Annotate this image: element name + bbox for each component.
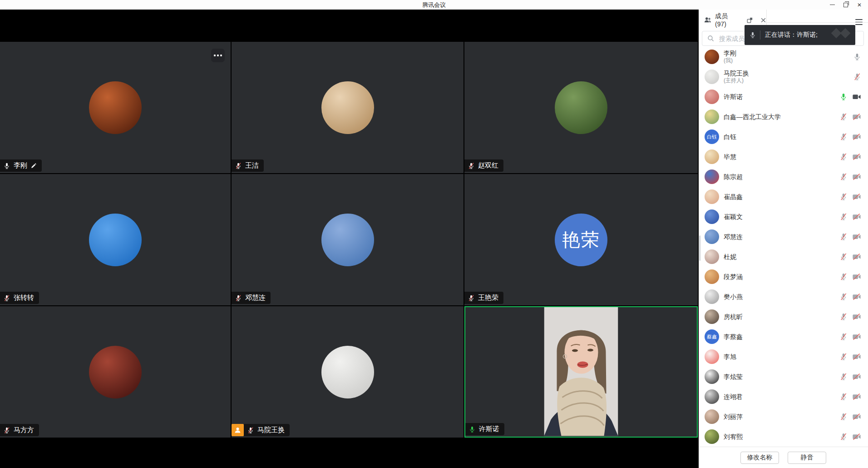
camera-muted-icon[interactable] bbox=[852, 313, 861, 320]
camera-muted-icon[interactable] bbox=[852, 173, 861, 180]
member-role: (我) bbox=[724, 57, 853, 64]
mic-muted-icon[interactable] bbox=[839, 213, 848, 221]
member-row[interactable]: 房杭昕 bbox=[699, 307, 868, 327]
avatar bbox=[705, 90, 719, 104]
mic-muted-icon[interactable] bbox=[839, 333, 848, 341]
member-row[interactable]: 崔颖文 bbox=[699, 207, 868, 227]
participant-name: 许斯诺 bbox=[479, 425, 499, 433]
camera-muted-icon[interactable] bbox=[852, 153, 861, 160]
camera-muted-icon[interactable] bbox=[852, 273, 861, 280]
member-row[interactable]: 李刚 (我) bbox=[699, 47, 868, 67]
camera-muted-icon[interactable] bbox=[852, 293, 861, 300]
camera-muted-icon[interactable] bbox=[852, 133, 861, 140]
member-row[interactable]: 段梦涵 bbox=[699, 267, 868, 287]
mic-muted-icon[interactable] bbox=[853, 73, 861, 81]
member-name-block: 陈宗超 bbox=[724, 173, 839, 181]
mic-muted-icon[interactable] bbox=[839, 113, 848, 121]
member-row[interactable]: 许斯诺 bbox=[699, 87, 868, 107]
tile-name-label: 马方方 bbox=[0, 424, 39, 436]
video-tile[interactable]: 张转转 bbox=[0, 174, 231, 305]
mic-muted-icon[interactable] bbox=[839, 193, 848, 201]
camera-muted-icon[interactable] bbox=[852, 413, 861, 420]
member-row[interactable]: 李炫莹 bbox=[699, 367, 868, 387]
member-row[interactable]: 蔡鑫 李蔡鑫 bbox=[699, 327, 868, 347]
popout-icon[interactable] bbox=[746, 17, 753, 24]
camera-muted-icon[interactable] bbox=[852, 433, 861, 440]
member-name-block: 段梦涵 bbox=[724, 273, 839, 281]
camera-muted-icon[interactable] bbox=[852, 193, 861, 200]
member-row[interactable]: 白钰 白钰 bbox=[699, 127, 868, 147]
video-tile[interactable]: 马院王换 bbox=[232, 306, 464, 438]
mic-muted-icon[interactable] bbox=[839, 133, 848, 141]
restore-icon bbox=[843, 3, 848, 7]
restore-button[interactable] bbox=[840, 0, 852, 10]
avatar bbox=[705, 289, 719, 304]
video-tile[interactable]: 邓慧连 bbox=[232, 174, 464, 305]
member-name-block: 邓慧连 bbox=[724, 233, 839, 241]
video-tile[interactable]: 赵双红 bbox=[464, 42, 698, 173]
mic-muted-icon[interactable] bbox=[839, 353, 848, 361]
member-row[interactable]: 李旭 bbox=[699, 347, 868, 367]
participant-name: 李刚 bbox=[14, 161, 27, 170]
member-name-block: 房杭昕 bbox=[724, 313, 839, 321]
camera-on-icon[interactable] bbox=[852, 93, 861, 100]
avatar bbox=[321, 214, 374, 266]
member-name-block: 李炫莹 bbox=[724, 373, 839, 381]
member-row[interactable]: 毕慧 bbox=[699, 147, 868, 167]
mic-muted-icon[interactable] bbox=[839, 433, 848, 441]
edit-name-icon[interactable] bbox=[30, 163, 37, 169]
mic-muted-icon[interactable] bbox=[839, 413, 848, 421]
member-row[interactable]: 陈宗超 bbox=[699, 167, 868, 187]
member-list[interactable]: 李刚 (我) 马院王换 (主持人) 许斯诺 bbox=[699, 47, 868, 447]
participant-video bbox=[544, 306, 618, 436]
member-row[interactable]: 刘宥熙 bbox=[699, 427, 868, 447]
close-window-button[interactable]: ✕ bbox=[853, 0, 865, 10]
member-row[interactable]: 邓慧连 bbox=[699, 227, 868, 247]
mic-speaking-icon[interactable] bbox=[839, 93, 848, 101]
watermark bbox=[833, 30, 849, 37]
mic-muted-icon[interactable] bbox=[839, 233, 848, 241]
mute-button[interactable]: 静音 bbox=[788, 452, 826, 464]
video-tile[interactable]: 许斯诺 bbox=[464, 306, 698, 438]
avatar-text: 艳荣 bbox=[562, 227, 600, 252]
mic-muted-icon[interactable] bbox=[839, 173, 848, 181]
video-tile[interactable]: 马方方 bbox=[0, 306, 231, 438]
camera-muted-icon[interactable] bbox=[852, 113, 861, 120]
rename-button[interactable]: 修改名称 bbox=[740, 452, 779, 464]
close-panel-icon[interactable] bbox=[760, 17, 766, 23]
camera-muted-icon[interactable] bbox=[852, 393, 861, 400]
member-row[interactable]: 樊小燕 bbox=[699, 287, 868, 307]
minimize-button[interactable] bbox=[826, 0, 838, 10]
avatar-text: 蔡鑫 bbox=[707, 334, 717, 340]
member-row[interactable]: 崔晶鑫 bbox=[699, 187, 868, 207]
video-tile[interactable]: 王洁 bbox=[232, 42, 464, 173]
tile-more-button[interactable] bbox=[211, 49, 225, 62]
member-row[interactable]: 刘丽萍 bbox=[699, 407, 868, 427]
mic-muted-icon bbox=[247, 427, 254, 434]
member-row[interactable]: 马院王换 (主持人) bbox=[699, 67, 868, 87]
camera-muted-icon[interactable] bbox=[852, 353, 861, 360]
camera-muted-icon[interactable] bbox=[852, 373, 861, 380]
mic-muted-icon[interactable] bbox=[839, 373, 848, 381]
avatar bbox=[705, 269, 719, 284]
mic-muted-icon[interactable] bbox=[839, 293, 848, 301]
mic-muted-icon bbox=[235, 294, 242, 302]
camera-muted-icon[interactable] bbox=[852, 233, 861, 240]
camera-muted-icon[interactable] bbox=[852, 333, 861, 340]
mic-on-icon[interactable] bbox=[853, 53, 861, 61]
video-tile[interactable]: 艳荣 王艳荣 bbox=[464, 174, 698, 305]
mic-muted-icon bbox=[3, 294, 10, 302]
mic-muted-icon[interactable] bbox=[839, 393, 848, 401]
member-row[interactable]: 白鑫—西北工业大学 bbox=[699, 107, 868, 127]
video-tile[interactable]: 李刚 bbox=[0, 42, 231, 173]
camera-muted-icon[interactable] bbox=[852, 213, 861, 220]
member-row[interactable]: 连翊君 bbox=[699, 387, 868, 407]
scrollbar-thumb[interactable] bbox=[699, 235, 700, 261]
mic-muted-icon[interactable] bbox=[839, 153, 848, 161]
mic-muted-icon[interactable] bbox=[839, 273, 848, 281]
mic-muted-icon[interactable] bbox=[839, 313, 848, 321]
camera-muted-icon[interactable] bbox=[852, 253, 861, 260]
member-row[interactable]: 杜妮 bbox=[699, 247, 868, 267]
mic-muted-icon[interactable] bbox=[839, 253, 848, 261]
hamburger-icon[interactable] bbox=[855, 19, 863, 25]
